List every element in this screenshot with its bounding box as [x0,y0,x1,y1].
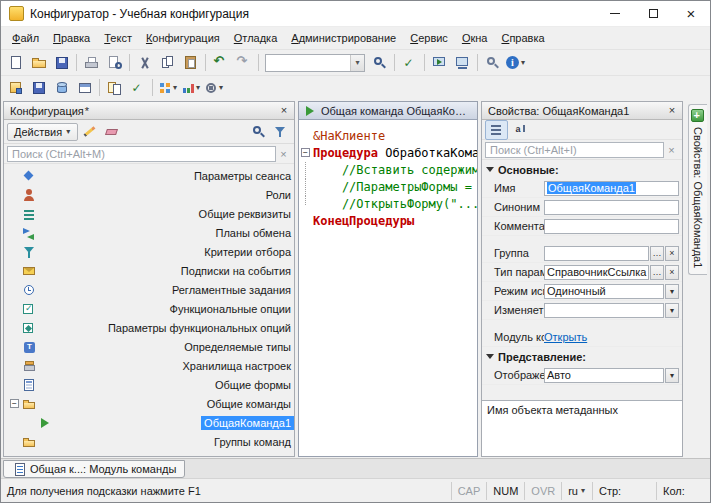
measure-performance-button[interactable] [451,52,474,74]
start-debugging-button[interactable] [428,52,451,74]
property-spacer [482,236,682,244]
close-button[interactable]: × [672,1,710,26]
tab-command-module[interactable]: Общая к...: Модуль команды [3,460,185,478]
property-section-main[interactable]: Основные: [482,160,682,179]
property-value-comment[interactable] [544,219,679,234]
tree-item-roles[interactable]: Роли [4,185,294,204]
reports-button[interactable]: ▾ [179,77,202,99]
property-value-display[interactable]: Авто [544,368,664,383]
menu-debug[interactable]: Отладка [227,29,285,47]
open-configuration-button[interactable] [4,77,27,99]
close-properties-panel-button[interactable]: × [664,104,680,118]
property-value-modifies-data[interactable] [544,303,664,318]
tree-item-settings-storages[interactable]: Хранилища настроек [4,356,294,375]
property-choose-parameter-type[interactable]: … [650,265,664,280]
menu-administration[interactable]: Администрирование [284,29,403,47]
all-functions-button[interactable]: ▾ [156,77,179,99]
filter-tree-button[interactable] [271,122,291,142]
minimize-button[interactable] [596,1,634,26]
service-button[interactable]: ▾ [202,77,225,99]
property-clear-group[interactable]: × [665,246,679,261]
language-select[interactable]: ru ▾ [561,482,592,500]
property-choose-group[interactable]: … [650,246,664,261]
properties-search-input[interactable] [485,142,664,158]
fold-collapse-icon[interactable]: − [301,148,310,157]
change-object-button[interactable] [80,122,100,142]
toolbar-separator [152,79,153,96]
menu-configuration[interactable]: Конфигурация [139,29,227,47]
property-value-synonym[interactable] [544,200,679,215]
properties-panel-caption[interactable]: Свойства: ОбщаяКоманда1 × [482,102,682,120]
tree-item-exchange-plans[interactable]: Планы обмена [4,223,294,242]
tree-item-event-subscriptions[interactable]: Подписки на события [4,261,294,280]
property-dropdown-modifies-data[interactable]: ▾ [665,303,679,318]
menu-help[interactable]: Справка [494,29,551,47]
property-value-parameter-type[interactable]: СправочникСсылка [544,265,649,280]
list-alphabetical-button[interactable] [510,120,533,140]
print-button[interactable] [80,52,103,74]
menu-service[interactable]: Сервис [403,29,455,47]
tree-item-defined-types[interactable]: Определяемые типы [4,337,294,356]
clear-search-icon[interactable]: × [276,148,291,160]
new-file-button[interactable] [4,52,27,74]
reports-icon [180,80,196,96]
tree-item-common-attributes[interactable]: Общие реквизиты [4,204,294,223]
save-configuration-button[interactable] [27,77,50,99]
close-configuration-panel-button[interactable]: × [276,104,292,118]
compare-configurations-button[interactable] [103,77,126,99]
configuration-search-input[interactable] [7,146,276,162]
menu-edit[interactable]: Правка [46,29,97,47]
cut-button[interactable] [133,52,156,74]
copy-button[interactable] [156,52,179,74]
chevron-down-icon[interactable]: ▾ [350,55,364,71]
menu-file[interactable]: Файл [5,29,46,47]
delete-object-button[interactable] [102,122,122,142]
editor-title: Общая команда ОбщаяКоманда1 [321,105,473,117]
property-value-group[interactable] [544,246,649,261]
tree-item-session-parameters[interactable]: Параметры сеанса [4,166,294,185]
title-bar[interactable]: Конфигуратор - Учебная конфигурация × [1,1,710,27]
tree-item-command-groups[interactable]: Группы команд [4,432,294,451]
property-value-name[interactable]: ОбщаяКоманда1 [544,181,679,196]
property-link-command-module[interactable]: Открыть [544,331,587,343]
properties-side-tab[interactable]: Свойства: ОбщаяКоманда1 [688,104,707,275]
menu-text[interactable]: Текст [97,29,139,47]
property-clear-parameter-type[interactable]: × [665,265,679,280]
collapse-icon[interactable]: − [10,399,19,408]
open-file-button[interactable] [27,52,50,74]
check-module-button[interactable] [398,52,421,74]
tree-item-functional-option-parameters[interactable]: Параметры функциональных опций [4,318,294,337]
info-button[interactable]: ▾ [504,52,527,74]
tree-item-common-command-1[interactable]: ОбщаяКоманда1 [4,413,294,432]
code-area[interactable]: &НаКлиенте−Процедура ОбработкаКоманды(Па… [299,120,477,456]
redo-button[interactable] [232,52,255,74]
maximize-button[interactable] [634,1,672,26]
print-preview-button[interactable] [103,52,126,74]
quick-search-combo[interactable]: ▾ [265,54,365,72]
find-button[interactable] [368,52,391,74]
actions-button[interactable]: Действия ▾ [7,123,78,141]
syntax-help-button[interactable] [481,52,504,74]
clear-properties-search-icon[interactable]: × [664,144,679,156]
configuration-panel-caption[interactable]: Конфигурация* × [4,102,294,120]
check-configuration-button[interactable] [126,77,149,99]
find-in-tree-button[interactable] [249,122,269,142]
tree-item-common-commands[interactable]: −Общие команды [4,394,294,413]
property-value-use-mode[interactable]: Одиночный [544,284,664,299]
list-by-categories-button[interactable] [485,120,508,140]
configuration-window-button[interactable] [73,77,96,99]
tree-item-filter-criteria[interactable]: Критерии отбора [4,242,294,261]
tree-item-scheduled-jobs[interactable]: Регламентные задания [4,280,294,299]
quick-search-combo-input[interactable] [266,55,350,71]
update-db-configuration-button[interactable] [50,77,73,99]
property-dropdown-display[interactable]: ▾ [665,368,679,383]
paste-button[interactable] [179,52,202,74]
property-section-presentation[interactable]: Представление: [482,347,682,366]
tree-item-functional-options[interactable]: Функциональные опции [4,299,294,318]
menu-windows[interactable]: Окна [455,29,495,47]
property-dropdown-use-mode[interactable]: ▾ [665,284,679,299]
undo-button[interactable] [209,52,232,74]
save-file-button[interactable] [50,52,73,74]
editor-caption[interactable]: Общая команда ОбщаяКоманда1 [299,102,477,120]
tree-item-common-forms[interactable]: Общие формы [4,375,294,394]
